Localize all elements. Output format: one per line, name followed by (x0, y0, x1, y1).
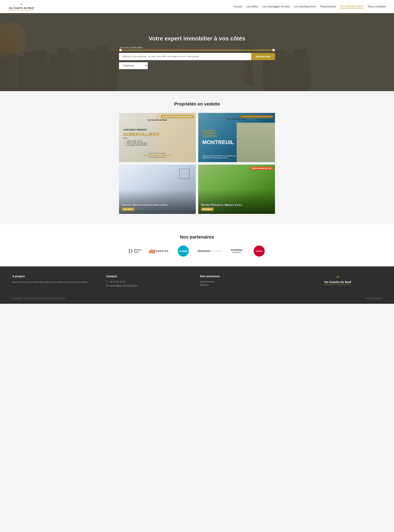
icade-logo: ICADE (178, 245, 189, 256)
property-card-neuilly[interactable]: Urgent: Retour De List Neuilly-Plaisance… (198, 165, 275, 214)
card-footer-imminent: IMMINENT: lescoachsduneuf.fr (202, 157, 271, 159)
em-bar-4 (153, 250, 154, 254)
card-headline-auber: LANCEMENT IMMINENT AUBERVILLIERS LES + C… (123, 127, 192, 146)
card-city-montreuil: MONTREUIL (202, 139, 271, 146)
price-range-label: Prix: 0 € à 3.000.000 € (120, 46, 143, 49)
footer-link-maisons[interactable]: Maisons (200, 284, 288, 286)
footer-link-appartements[interactable]: Appartements (200, 280, 288, 283)
card-price-nointel: 361,000 € (122, 208, 135, 211)
partner-emerige[interactable]: EMERIGE (149, 246, 169, 256)
footer: A propos Avec les Coachs du Neuf votre p… (0, 266, 394, 304)
partner-iselection[interactable]: iSelection PATRIMOINE (198, 246, 222, 256)
partner-kaufman[interactable]: KAUFMAN& BROAD (228, 246, 245, 256)
em-bar-3 (152, 249, 152, 254)
chambres-dropdown[interactable]: Chambres 1 2 3 4+ (119, 62, 148, 69)
logo[interactable]: ⚜ les Coachs du Neuf ACQUISITIONS IMMOBI… (8, 2, 35, 11)
property-card-aubervilliers[interactable]: Lancement Commercial Imminent ⚜ les Coac… (119, 113, 196, 162)
card-city-auber: AUBERVILLIERS (123, 132, 192, 137)
card-headline-l3: VENDREDI (202, 134, 271, 137)
em-bar-5 (154, 249, 155, 254)
header: ⚜ les Coachs du Neuf ACQUISITIONS IMMOBI… (0, 0, 394, 13)
card-price-neuilly: 633,000 € (201, 208, 214, 211)
partners-grid: D Edouard Denis EMERIGE ICADE iSelection (119, 246, 275, 256)
bullet-1: COEUR DE VILLE (126, 140, 192, 142)
card-logo-icon: ⚜ (157, 117, 158, 119)
hero-section: Votre expert immobilier à vos côtés Prix… (0, 13, 394, 91)
card-headline-l1: LANCEMENT (202, 130, 271, 132)
nav-financement[interactable]: Financement (320, 5, 336, 8)
footer-col-annonces: Nos annonces Appartements Maisons (200, 275, 288, 288)
nav-avantages[interactable]: Les avantages du neuf (263, 5, 290, 8)
partner-nexity[interactable]: nexity (251, 246, 267, 256)
card-footer-montreuil: Infos en avant-première et inscription s… (202, 155, 271, 159)
ed-name-line1: Edouard (134, 249, 141, 251)
bullet-2: 5MN A PIED DU MÉTRO (126, 142, 192, 144)
partners-section: Nos partenaires D Edouard Denis EMERIGE … (0, 224, 394, 266)
hero-title: Votre expert immobilier à vos côtés (149, 35, 245, 42)
partner-edouard-denis[interactable]: D Edouard Denis (127, 246, 143, 256)
card-headline-l2: COMMERCIAL (202, 132, 271, 134)
card-footer-info: Infos en avant-première: (123, 152, 192, 154)
footer-copyright: Copyright © 2022 tous droits réservés le… (12, 297, 65, 300)
footer-mentions-legales[interactable]: Mentions Légales (366, 297, 382, 300)
footer-about-title: A propos (12, 275, 100, 278)
partner-icade[interactable]: ICADE (175, 246, 192, 256)
card-logo-name: les Coachs du Neuf (148, 119, 167, 121)
emerige-label: EMERIGE (156, 250, 169, 252)
nav-coaching[interactable]: Le coaching immo (294, 5, 316, 8)
card-logo-icon-m: ⚜ (236, 116, 238, 118)
nav-offres[interactable]: Les offres (246, 5, 258, 8)
footer-logo-text: les Coachs du Neuf (324, 280, 351, 284)
card-inner-nointel: Nointel: Maison familiale avec jardin 36… (119, 165, 196, 214)
card-footer-link[interactable]: Aubervilliers.lescoachsduneuf.fr (123, 154, 192, 156)
card-title-neuilly: Neuilly-Plaisance: Maison d'exc... (201, 203, 272, 207)
card-bullets: COEUR DE VILLE 5MN A PIED DU MÉTRO GRAND… (123, 140, 192, 146)
partners-title: Nos partenaires (8, 235, 386, 240)
nexity-logo: nexity (254, 245, 265, 256)
price-range-slider[interactable] (119, 50, 275, 51)
phone-icon: 📞 (106, 280, 109, 283)
logo-text: les Coachs du Neuf (9, 7, 34, 10)
nav-qui-sommes-nous[interactable]: Qui sommes-nous? (340, 5, 363, 8)
hero-content: Votre expert immobilier à vos côtés Prix… (115, 35, 279, 69)
email-icon: ✉ (106, 284, 108, 287)
footer-logo-sub: ACQUISITIONS IMMOBILIÈRES (325, 284, 351, 285)
search-input[interactable] (119, 53, 251, 60)
card-logo-auber: ⚜ les Coachs du Neuf (123, 117, 192, 121)
footer-email[interactable]: ✉ contact@lescoachsduneuf.fr (106, 284, 194, 287)
footer-bottom: Copyright © 2022 tous droits réservés le… (12, 294, 382, 300)
footer-about-text: Avec les Coachs du Neuf votre projet de … (12, 280, 100, 284)
search-row: Rechercher (119, 53, 275, 60)
emerige-bars (149, 249, 155, 254)
card-logo-name-m: les Coachs du Neuf (227, 118, 246, 120)
ed-text-block: Edouard Denis (134, 249, 141, 254)
property-card-nointel[interactable]: Nointel: Maison familiale avec jardin 36… (119, 165, 196, 214)
ed-letter: D (129, 248, 133, 254)
footer-phone[interactable]: 📞 06 76 62 36 20 (106, 280, 194, 283)
card-headline-montreuil: LANCEMENT COMMERCIAL VENDREDI MONTREUIL (202, 130, 271, 146)
footer-grid: A propos Avec les Coachs du Neuf votre p… (12, 275, 382, 288)
search-button[interactable]: Rechercher (251, 53, 275, 60)
footer-logo-icon: ⚜ (336, 275, 340, 280)
em-bar-1 (149, 250, 150, 254)
dropdown-row: Chambres 1 2 3 4+ (119, 62, 275, 69)
card-inner-aubervilliers: ⚜ les Coachs du Neuf LANCEMENT IMMINENT … (119, 113, 196, 162)
properties-grid: Lancement Commercial Imminent ⚜ les Coac… (119, 113, 275, 214)
card-body-nointel: Nointel: Maison familiale avec jardin 36… (122, 203, 193, 211)
footer-logo[interactable]: ⚜ les Coachs du Neuf ACQUISITIONS IMMOBI… (294, 275, 382, 285)
card-inner-montreuil: ⚜ les Coachs du Neuf LANCEMENT COMMERCIA… (198, 113, 275, 162)
iselection-label: iSelection (198, 250, 210, 252)
em-bar-2 (150, 250, 151, 254)
logo-subtitle: ACQUISITIONS IMMOBILIÈRES (8, 10, 35, 11)
range-thumb-left[interactable] (119, 49, 122, 52)
nav-contact[interactable]: Nous contacter (368, 5, 386, 8)
ed-name-line2: Denis (134, 251, 141, 254)
nav-accueil[interactable]: Accueil (233, 5, 242, 8)
card-footer-avant: Infos en avant-première et inscription s… (202, 155, 271, 157)
card-body-neuilly: Neuilly-Plaisance: Maison d'exc... 633,0… (201, 203, 272, 211)
property-card-montreuil[interactable]: Lancement Commercial Imminent ⚜ les Coac… (198, 113, 275, 162)
footer-contact-title: Contact (106, 275, 194, 278)
email-address: contact@lescoachsduneuf.fr (109, 284, 138, 287)
iselection-sub: PATRIMOINE (210, 250, 222, 252)
range-thumb-right[interactable] (272, 49, 275, 52)
